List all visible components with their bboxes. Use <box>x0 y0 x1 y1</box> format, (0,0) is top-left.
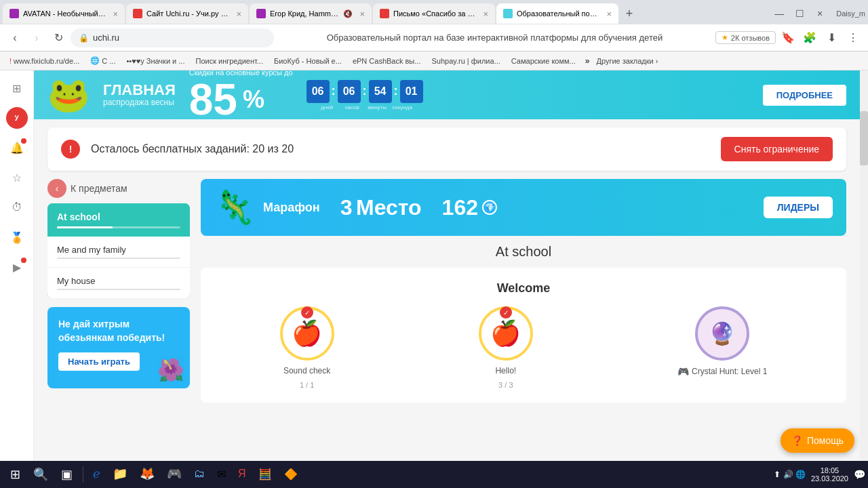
sidebar-grid-icon[interactable]: ⊞ <box>6 77 28 99</box>
sidebar-badge-icon[interactable]: 🏅 <box>6 226 28 248</box>
scrollbar-thumb[interactable] <box>860 111 868 165</box>
bookmark-0[interactable]: ! www.fixiclub.ru/de... <box>5 56 83 66</box>
task-item-2[interactable]: 🔮 🎮 Crystal Hunt: Level 1 <box>677 306 767 389</box>
back-button[interactable]: ‹ <box>5 28 24 47</box>
promo-button[interactable]: Начать играть <box>58 352 140 371</box>
remove-limit-button[interactable]: Снять ограничение <box>721 137 833 161</box>
time-display: 18:05 <box>811 466 848 474</box>
seconds-label: секунда <box>391 104 414 110</box>
bookmark-5[interactable]: ePN CashBack вы... <box>349 56 425 66</box>
task-badge-1: ✓ <box>500 306 512 319</box>
task-item-1[interactable]: 🍎 ✓ Hello! 3 / 3 <box>479 306 533 389</box>
bookmark-2[interactable]: ••♥♥у Значки и ... <box>122 56 189 66</box>
tab-4-close[interactable]: × <box>483 9 488 19</box>
menu-sub-items: Me and my family My house <box>47 237 190 299</box>
back-to-subjects-button[interactable]: ‹ К предметам <box>47 179 190 198</box>
forward-button[interactable]: › <box>27 28 46 47</box>
tab-4-favicon <box>380 9 389 18</box>
more-bookmarks[interactable]: » <box>585 56 590 66</box>
bookmark-0-label: www.fixiclub.ru/de... <box>14 57 79 65</box>
gem-icon: 💎 <box>482 200 497 215</box>
promo-mascot-icon: 🌺 <box>157 357 184 383</box>
bookmark-button[interactable]: 🔖 <box>778 28 797 47</box>
tab-3-close[interactable]: × <box>359 9 365 19</box>
bookmark-4[interactable]: БиоКуб - Новый е... <box>270 56 346 66</box>
tab-5-favicon <box>503 9 513 18</box>
bookmarks-bar: ! www.fixiclub.ru/de... 🌐 С ... ••♥♥у Зн… <box>0 52 868 70</box>
search-taskbar-button[interactable]: 🔍 <box>28 462 53 487</box>
tab-2[interactable]: Сайт Uchi.ru - Учи.ру инте... × <box>126 3 248 24</box>
sub-item-1[interactable]: My house <box>47 268 190 299</box>
leaders-button[interactable]: ЛИДЕРЫ <box>764 197 833 218</box>
tab-2-close[interactable]: × <box>236 9 241 19</box>
taskbar-game[interactable]: 🎮 <box>161 462 187 487</box>
close-window-button[interactable]: × <box>810 4 829 23</box>
taskbar-mail[interactable]: ✉ <box>212 462 231 487</box>
back-label: К предметам <box>71 183 127 194</box>
tab-1-close[interactable]: × <box>113 9 118 19</box>
download-button[interactable]: ⬇ <box>822 28 841 47</box>
sidebar-clock-icon[interactable]: ⏱ <box>6 197 28 218</box>
reload-button[interactable]: ↻ <box>49 28 68 47</box>
start-button[interactable]: ⊞ <box>3 462 27 487</box>
marathon-mascot: 🦎 <box>214 188 252 226</box>
tab-1[interactable]: AVATAN - Необычный Фо... × <box>3 3 125 24</box>
sub-item-0[interactable]: Me and my family <box>47 237 190 268</box>
reviews-badge[interactable]: ★ 2К отзывов <box>715 31 776 44</box>
search-taskbar-icon: 🔍 <box>33 467 48 482</box>
active-item-label: At school <box>57 211 100 222</box>
bookmark-6[interactable]: Suhpay.ru | филиа... <box>427 56 504 66</box>
address-bar[interactable]: 🔒 uchi.ru <box>71 28 274 47</box>
menu-button[interactable]: ⋮ <box>844 28 863 47</box>
task-count-0: 1 / 1 <box>300 381 314 389</box>
taskbar-explorer[interactable]: 🗂 <box>189 462 210 487</box>
other-bookmarks[interactable]: Другие закладки › <box>592 56 662 66</box>
bookmark-1[interactable]: 🌐 С ... <box>86 55 119 66</box>
maximize-button[interactable]: ☐ <box>790 4 809 23</box>
task-item-0[interactable]: 🍎 ✓ Sound check 1 / 1 <box>280 306 334 389</box>
taskbar-firefox[interactable]: 🦊 <box>134 462 160 487</box>
taskbar-app-extra[interactable]: 🔶 <box>279 462 303 487</box>
sidebar-star-icon[interactable]: ☆ <box>6 167 28 188</box>
bookmark-3[interactable]: Поиск ингредиент... <box>191 56 267 66</box>
right-scrollbar[interactable] <box>860 70 868 461</box>
reviews-text: 2К отзывов <box>731 34 770 42</box>
extensions-button[interactable]: 🧩 <box>800 28 819 47</box>
notification-center-icon[interactable]: 💬 <box>854 469 865 480</box>
page-content: ⊞ У 🔔 ☆ ⏱ 🏅 ▶ 🐸 ГЛАВНАЯ <box>0 70 868 461</box>
taskbar-folder[interactable]: 📁 <box>107 462 133 487</box>
minimize-button[interactable]: — <box>770 4 789 23</box>
gamepad-icon: 🎮 <box>677 366 689 377</box>
taskbar-yandex[interactable]: Я <box>233 462 252 487</box>
tab-4[interactable]: Письмо «Спасибо за рег... × <box>373 3 495 24</box>
tasks-grid: 🍎 ✓ Sound check 1 / 1 🍎 ✓ <box>214 306 833 389</box>
tab-3[interactable]: Егор Крид, HammAli ... 🔇 × <box>250 3 372 24</box>
tab-3-favicon <box>256 9 266 18</box>
sidebar-notification-icon[interactable]: 🔔 <box>6 137 28 159</box>
menu-card: At school Me and my family <box>47 203 190 299</box>
taskbar-ie[interactable]: ℯ <box>87 462 106 487</box>
bookmark-7[interactable]: Самарские комм... <box>507 56 580 66</box>
task-badge-0: ✓ <box>301 306 313 319</box>
taskbar-calc[interactable]: 🧮 <box>253 462 277 487</box>
marathon-place-label: Место <box>356 195 422 220</box>
sep-2: : <box>363 84 367 98</box>
yandex-icon: Я <box>238 468 246 480</box>
tab-5[interactable]: Образовательный пор... × <box>496 3 618 24</box>
seconds-block: 01 <box>400 80 423 103</box>
apple-icon-1: 🍎 <box>490 319 521 348</box>
sub-progress-1 <box>57 289 180 290</box>
free-tasks-bar: ! Осталось бесплатных заданий: 20 из 20 … <box>47 127 846 171</box>
main-area: 🐸 ГЛАВНАЯ распродажа весны Скидки на осн… <box>34 70 860 461</box>
menu-active-item[interactable]: At school <box>47 203 190 237</box>
new-tab-button[interactable]: + <box>620 4 639 23</box>
taskview-button[interactable]: ▣ <box>54 462 79 487</box>
nav-bar: ‹ › ↻ 🔒 uchi.ru Образовательный портал н… <box>0 24 868 52</box>
tab-5-close[interactable]: × <box>606 9 612 19</box>
star-icon: ★ <box>722 33 728 42</box>
help-button[interactable]: ❓ Помощь <box>781 428 854 453</box>
sidebar-play-icon[interactable]: ▶ <box>6 256 28 278</box>
marathon-info: Марафон 3 Место 162 💎 <box>263 195 753 220</box>
sidebar-logo-icon[interactable]: У <box>6 107 28 129</box>
banner-details-button[interactable]: ПОДРОБНЕЕ <box>763 85 846 106</box>
